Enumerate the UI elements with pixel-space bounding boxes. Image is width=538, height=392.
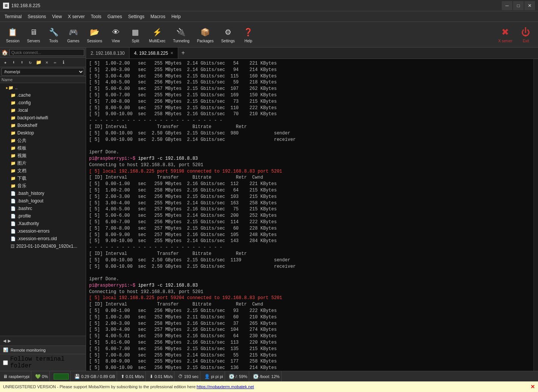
toolbar-exit[interactable]: ⏻ Exit bbox=[517, 25, 535, 45]
download-icon: ⬇ bbox=[150, 374, 153, 379]
status-user: 👤 pi pi pi bbox=[203, 371, 225, 381]
sidebar-props-btn[interactable]: ℹ bbox=[60, 59, 67, 66]
toolbar-view[interactable]: 👁 View bbox=[107, 25, 125, 45]
toolbar-tunneling[interactable]: 🔌 Tunneling bbox=[170, 25, 193, 45]
remote-monitoring-button[interactable]: 📊 Remote monitoring bbox=[0, 346, 86, 354]
toolbar-settings[interactable]: ⚙ Settings bbox=[218, 25, 238, 45]
time-icon: ⏱ bbox=[178, 374, 183, 379]
menu-sessions[interactable]: Sessions bbox=[25, 12, 49, 21]
tab-add-button[interactable]: + bbox=[178, 48, 188, 58]
tree-item-music[interactable]: 📁 音乐 bbox=[0, 182, 86, 190]
split-label: Split bbox=[132, 39, 139, 43]
sidebar-forward-btn[interactable]: ▶ bbox=[8, 338, 11, 344]
menu-help[interactable]: Help bbox=[168, 12, 184, 21]
disk-boot-text: /boot: 12% bbox=[260, 374, 280, 379]
tree-item-public[interactable]: 📁 公共 bbox=[0, 137, 86, 144]
terminal-scrollbar[interactable] bbox=[533, 59, 538, 371]
sidebar-refresh-btn[interactable]: ↻ bbox=[26, 59, 34, 66]
tab-label: 4. 192.168.8.225 bbox=[134, 51, 168, 56]
file-tree: ▸📁 .. 📁 .cache 📁 .config 📁 .local 📁 back… bbox=[0, 83, 86, 336]
terminal[interactable]: [ 5] 1.00-2.00 sec 255 MBytes 2.14 Gbits… bbox=[86, 59, 533, 371]
tab-close-icon[interactable]: ✕ bbox=[170, 51, 173, 55]
quick-connect-bar: 🏠 bbox=[0, 48, 86, 58]
toolbar-games[interactable]: 🎮 Games bbox=[64, 25, 82, 45]
file-icon: 📄 bbox=[11, 199, 16, 204]
sidebar-star-btn[interactable]: ★ bbox=[2, 59, 9, 66]
menu-games[interactable]: Games bbox=[105, 12, 125, 21]
tree-item-label: .bash_history bbox=[17, 191, 44, 196]
tab-192-168-8-225[interactable]: 4. 192.168.8.225 ✕ bbox=[129, 48, 178, 59]
quick-connect-input[interactable] bbox=[9, 49, 84, 56]
tree-item-xsession-errors[interactable]: 📄 .xsession-errors bbox=[0, 227, 86, 235]
sidebar-footer: ◀ ▶ bbox=[0, 336, 86, 346]
sidebar-newfolder-btn[interactable]: 📁 bbox=[35, 59, 42, 66]
menu-macros[interactable]: Macros bbox=[148, 12, 168, 21]
home-icon[interactable]: 🏠 bbox=[2, 49, 8, 56]
disk-root-icon: 💽 bbox=[229, 374, 234, 379]
sidebar: 🏠 ★ ⬇ ⬆ ↻ 📁 ✕ ✏ ℹ /home/pi Name ▸📁 bbox=[0, 48, 86, 371]
right-area: 2. 192.168.8.130 4. 192.168.8.225 ✕ + [ … bbox=[86, 48, 538, 371]
packages-label: Packages bbox=[197, 39, 214, 43]
toolbar-packages[interactable]: 📦 Packages bbox=[194, 25, 217, 45]
tree-item-parent[interactable]: ▸📁 .. bbox=[0, 84, 86, 91]
sessions-icon: 📂 bbox=[89, 26, 101, 38]
upload-icon: ⬆ bbox=[121, 374, 125, 379]
toolbar-tools[interactable]: 🔧 Tools bbox=[45, 25, 63, 45]
banner-close-button[interactable]: ✕ bbox=[530, 384, 535, 390]
sidebar-delete-btn[interactable]: ✕ bbox=[43, 59, 51, 66]
tree-item-xauthority[interactable]: 📄 .Xauthority bbox=[0, 220, 86, 227]
toolbar-servers[interactable]: 🖥 Servers bbox=[24, 25, 43, 45]
toolbar-sessions[interactable]: 📂 Sessions bbox=[84, 25, 105, 45]
tab-192-168-8-130[interactable]: 2. 192.168.8.130 bbox=[86, 48, 129, 59]
toolbar-split[interactable]: ▦ Split bbox=[126, 25, 145, 45]
menu-terminal[interactable]: Terminal bbox=[2, 12, 25, 21]
banner-link[interactable]: https://mobaxterm.mobatek.net bbox=[197, 384, 254, 389]
tree-item-label: 下载 bbox=[17, 175, 26, 182]
app-icon: 🖥 bbox=[3, 3, 9, 9]
servers-icon: 🖥 bbox=[28, 26, 40, 38]
remote-monitoring-icon: 📊 bbox=[3, 347, 8, 352]
menu-view[interactable]: View bbox=[49, 12, 65, 21]
tree-item-profile[interactable]: 📄 .profile bbox=[0, 212, 86, 220]
minimize-button[interactable]: ─ bbox=[502, 1, 512, 10]
toolbar-session[interactable]: 📋 Session bbox=[3, 25, 23, 45]
tree-item-desktop[interactable]: 📁 Desktop bbox=[0, 129, 86, 137]
sidebar-download-btn[interactable]: ⬇ bbox=[10, 59, 17, 66]
folder-icon: 📁 bbox=[11, 123, 16, 128]
status-disk-root: 💽 /: 59% bbox=[227, 371, 249, 381]
path-selector[interactable]: /home/pi bbox=[2, 68, 84, 76]
sidebar-toolbar: ★ ⬇ ⬆ ↻ 📁 ✕ ✏ ℹ bbox=[0, 58, 86, 67]
tree-item-templates[interactable]: 📁 模板 bbox=[0, 144, 86, 152]
tree-item-screenshot[interactable]: 🖼 2023-01-10-082409_1920x1... bbox=[0, 242, 86, 250]
menubar: Terminal Sessions View X server Tools Ga… bbox=[0, 11, 538, 22]
tree-item-cache[interactable]: 📁 .cache bbox=[0, 91, 86, 99]
sidebar-rename-btn[interactable]: ✏ bbox=[51, 59, 59, 66]
maximize-button[interactable]: □ bbox=[513, 1, 524, 10]
toolbar-multiexec[interactable]: ⚡ MultiExec bbox=[146, 25, 168, 45]
tab-label: 2. 192.168.8.130 bbox=[91, 51, 125, 56]
tree-item-downloads[interactable]: 📁 下载 bbox=[0, 174, 86, 182]
toolbar-help[interactable]: ❓ Help bbox=[239, 25, 257, 45]
multiexec-label: MultiExec bbox=[149, 39, 165, 43]
tree-item-bookshelf[interactable]: 📁 Bookshelf bbox=[0, 122, 86, 129]
close-button[interactable]: ✕ bbox=[524, 1, 535, 10]
tree-item-local[interactable]: 📁 .local bbox=[0, 106, 86, 114]
menu-tools[interactable]: Tools bbox=[88, 12, 105, 21]
hostname-text: raspberrypi bbox=[9, 374, 29, 379]
tree-item-bashrc[interactable]: 📄 .bashrc bbox=[0, 205, 86, 212]
tree-item-documents[interactable]: 📁 文档 bbox=[0, 167, 86, 174]
menu-settings[interactable]: Settings bbox=[125, 12, 147, 21]
sidebar-upload-btn[interactable]: ⬆ bbox=[18, 59, 26, 66]
follow-terminal-checkbox[interactable] bbox=[3, 360, 8, 365]
menu-xserver[interactable]: X server bbox=[65, 12, 88, 21]
tree-item-bash-logout[interactable]: 📄 .bash_logout bbox=[0, 197, 86, 205]
tree-item-videos[interactable]: 📁 视频 bbox=[0, 152, 86, 159]
sidebar-back-btn[interactable]: ◀ bbox=[3, 338, 6, 344]
tree-item-bash-history[interactable]: 📄 .bash_history bbox=[0, 190, 86, 197]
tree-item-xsession-errors-old[interactable]: 📄 .xsession-errors.old bbox=[0, 235, 86, 242]
tree-item-config[interactable]: 📁 .config bbox=[0, 99, 86, 106]
tree-item-backport[interactable]: 📁 backport-iwlwifi bbox=[0, 114, 86, 122]
tree-item-pictures[interactable]: 📁 图片 bbox=[0, 159, 86, 167]
user-text: pi pi pi bbox=[211, 374, 223, 379]
toolbar-xserver[interactable]: ✖ X server bbox=[495, 25, 515, 45]
